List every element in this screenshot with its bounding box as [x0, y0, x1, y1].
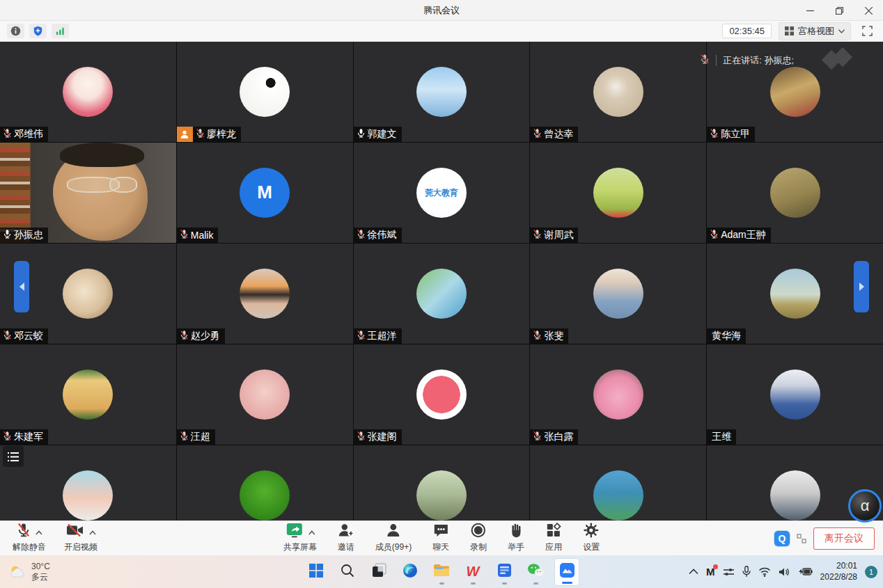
q-app-icon[interactable]: Q	[774, 531, 790, 546]
wps-taskbar-button[interactable]: W	[460, 558, 485, 586]
participant-tile[interactable]: 廖梓龙	[177, 42, 353, 142]
mini-window-icon[interactable]	[797, 534, 806, 543]
tray-chevron-icon[interactable]	[689, 569, 698, 575]
settings-icon	[584, 523, 599, 541]
wps-icon: W	[467, 564, 480, 580]
participant-tile[interactable]: 谢周武	[530, 143, 706, 243]
chevron-right-icon	[859, 283, 864, 291]
start-video-button[interactable]: 开启视频	[64, 523, 97, 553]
start-taskbar-button[interactable]	[304, 558, 329, 586]
task-view-taskbar-button[interactable]	[366, 558, 391, 586]
participant-tile[interactable]: 王维	[707, 344, 883, 445]
mic-muted-icon	[533, 330, 542, 342]
chevron-up-icon[interactable]	[36, 525, 42, 538]
close-icon	[865, 7, 873, 15]
network-status-button[interactable]	[52, 24, 69, 38]
avatar	[63, 269, 113, 319]
participant-tile[interactable]: 赵少勇	[177, 244, 353, 344]
clock-widget[interactable]: 20:01 2022/8/28	[820, 561, 857, 582]
members-button[interactable]: 成员(99+)	[375, 523, 412, 553]
participant-tile[interactable]: 邓维伟	[0, 42, 176, 142]
participant-name-label: 张斐	[530, 328, 568, 344]
participant-tile[interactable]: 张白露	[530, 344, 706, 445]
edge-taskbar-button[interactable]	[398, 558, 423, 586]
avatar	[593, 269, 643, 319]
participant-tile[interactable]: 曾达幸	[530, 42, 706, 142]
participant-tile[interactable]	[530, 445, 706, 521]
apps-button[interactable]: 应用	[545, 523, 562, 553]
participant-tile[interactable]	[177, 445, 353, 521]
participant-tile[interactable]: 孙振忠	[0, 143, 176, 243]
fullscreen-button[interactable]	[858, 24, 876, 39]
participant-tile[interactable]: 张建阁	[354, 344, 530, 445]
mail-icon[interactable]: M	[706, 566, 715, 578]
participant-name-label: 邓云蛟	[0, 328, 48, 344]
file-explorer-taskbar-button[interactable]	[429, 558, 454, 586]
docs-app-icon	[497, 563, 512, 580]
mic-muted-icon	[710, 128, 719, 141]
avatar	[63, 67, 113, 117]
volume-icon[interactable]	[779, 567, 790, 577]
mic-on-icon	[357, 128, 366, 141]
clock-date: 2022/8/28	[820, 572, 857, 583]
button-label: 设置	[583, 541, 600, 553]
leave-meeting-button[interactable]: 离开会议	[813, 527, 875, 550]
alpha-floating-icon[interactable]: α	[848, 489, 882, 523]
record-button[interactable]: 录制	[470, 523, 487, 553]
weather-widget[interactable]: 30°C 多云	[8, 562, 50, 582]
previous-page-button[interactable]	[14, 261, 29, 312]
invite-button[interactable]: 邀请	[338, 523, 354, 553]
chat-button[interactable]: 聊天	[432, 523, 449, 553]
fullscreen-icon	[862, 26, 873, 36]
layout-view-button[interactable]: 宫格视图	[779, 22, 851, 40]
next-page-button[interactable]	[854, 261, 869, 312]
minimize-button[interactable]	[795, 0, 825, 21]
chevron-up-icon[interactable]	[89, 525, 96, 538]
raise-hand-button[interactable]: 举手	[508, 523, 524, 553]
participant-tile[interactable]: 汪超	[177, 344, 353, 445]
avatar	[770, 370, 820, 420]
participant-tile[interactable]: 朱建军	[0, 344, 176, 445]
chat-icon	[433, 523, 449, 541]
participant-tile[interactable]: Adam王翀	[707, 143, 883, 243]
wechat-taskbar-button[interactable]	[523, 558, 548, 586]
button-label: 开启视频	[64, 541, 97, 553]
avatar	[593, 470, 643, 521]
meeting-app-taskbar-button[interactable]	[554, 558, 579, 586]
participant-tile[interactable]: 郭建文	[354, 42, 530, 142]
participant-tile[interactable]: 张斐	[530, 244, 706, 344]
avatar	[63, 470, 113, 521]
share-screen-button[interactable]: 共享屏幕	[283, 523, 317, 553]
minimize-icon	[806, 7, 814, 15]
unmute-button[interactable]: 解除静音	[13, 523, 46, 553]
member-list-button[interactable]	[3, 446, 24, 467]
apps-icon	[546, 523, 561, 541]
mic-muted-icon	[533, 229, 542, 241]
windows-taskbar: 30°C 多云 W M 20:01 2022/8/28 1	[0, 555, 883, 588]
shield-icon	[33, 26, 43, 36]
button-label: 录制	[470, 541, 487, 553]
avatar	[416, 370, 467, 420]
wifi-icon[interactable]	[758, 567, 771, 577]
participant-tile[interactable]: 莞大教育徐伟斌	[354, 143, 530, 243]
notification-badge[interactable]: 1	[865, 566, 877, 578]
mic-tray-icon[interactable]	[742, 566, 751, 578]
invite-icon	[338, 523, 354, 541]
mic-muted-icon	[357, 229, 366, 241]
participant-tile[interactable]	[354, 445, 530, 521]
docs-app-taskbar-button[interactable]	[492, 558, 517, 586]
chevron-up-icon[interactable]	[308, 525, 315, 538]
settings-button[interactable]: 设置	[583, 523, 600, 553]
security-button[interactable]	[29, 24, 47, 38]
button-label: 举手	[508, 541, 524, 553]
meeting-info-button[interactable]	[7, 24, 24, 38]
restore-button[interactable]	[825, 0, 854, 21]
task-view-icon	[372, 563, 386, 580]
participant-tile[interactable]: 王超洋	[354, 244, 530, 344]
participant-tile[interactable]	[0, 445, 176, 521]
battery-icon[interactable]	[797, 567, 813, 576]
search-taskbar-button[interactable]	[335, 558, 360, 586]
tune-icon[interactable]	[723, 567, 735, 577]
participant-tile[interactable]: MMalik	[177, 143, 353, 243]
close-button[interactable]	[854, 0, 883, 21]
